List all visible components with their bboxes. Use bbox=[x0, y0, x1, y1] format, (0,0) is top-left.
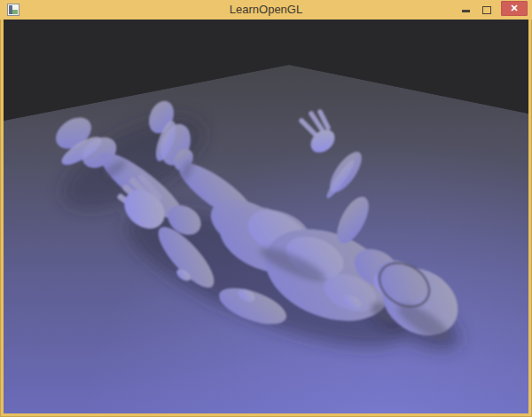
window-controls: ✕ bbox=[455, 0, 532, 20]
close-icon: ✕ bbox=[510, 2, 518, 15]
scene-canvas bbox=[4, 20, 528, 413]
maximize-icon bbox=[482, 6, 491, 14]
app-icon-detail bbox=[12, 10, 18, 14]
minimize-button[interactable] bbox=[455, 0, 476, 20]
title-bar[interactable]: LearnOpenGL ✕ bbox=[0, 0, 532, 20]
app-window: LearnOpenGL ✕ bbox=[0, 0, 532, 417]
minimize-icon bbox=[462, 10, 470, 12]
window-title: LearnOpenGL bbox=[0, 0, 532, 20]
close-button[interactable]: ✕ bbox=[501, 1, 528, 16]
opengl-viewport[interactable] bbox=[4, 20, 528, 413]
app-icon[interactable] bbox=[7, 4, 20, 16]
maximize-button[interactable] bbox=[476, 0, 497, 20]
